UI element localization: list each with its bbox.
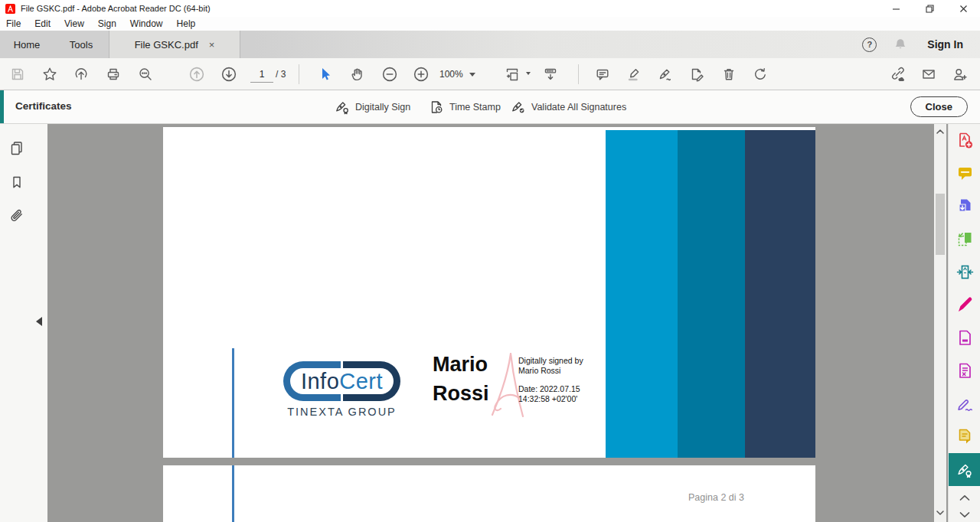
collapse-panel-arrow[interactable] xyxy=(36,317,42,326)
compress-pdf-icon xyxy=(956,263,974,281)
page-count-label: / 3 xyxy=(276,69,286,80)
zoom-out-button[interactable] xyxy=(379,64,400,85)
tool-fill-sign[interactable] xyxy=(949,289,980,321)
tab-close-icon[interactable]: × xyxy=(209,40,215,50)
comment-button[interactable] xyxy=(592,64,613,85)
link-icon xyxy=(890,67,905,82)
right-tools-panel xyxy=(948,124,980,522)
scroll-up-button[interactable] xyxy=(934,126,946,138)
vertical-scrollbar[interactable] xyxy=(934,124,946,522)
tool-sign[interactable] xyxy=(949,387,980,420)
delete-button[interactable] xyxy=(718,64,740,85)
tool-export-pdf[interactable] xyxy=(949,190,980,223)
bookmark-icon xyxy=(9,175,24,190)
title-bar: File GSKC.pdf - Adobe Acrobat Reader DC … xyxy=(0,0,980,17)
print-button[interactable] xyxy=(103,64,124,85)
select-tool-button[interactable] xyxy=(315,64,336,85)
request-signature-button[interactable] xyxy=(949,64,970,85)
page-number-input[interactable] xyxy=(250,67,273,83)
tool-redact[interactable] xyxy=(949,354,980,387)
digitally-sign-button[interactable]: Digitally Sign xyxy=(335,90,410,123)
tools-scroll-up-button[interactable] xyxy=(949,490,980,505)
menu-help[interactable]: Help xyxy=(170,18,203,29)
zoom-in-button[interactable] xyxy=(410,64,432,85)
fill-sign-button[interactable] xyxy=(655,64,676,85)
tinexta-group-label: TINEXTA GROUP xyxy=(283,406,400,418)
fill-sign-icon xyxy=(956,296,974,314)
validate-all-signatures-button[interactable]: Validate All Signatures xyxy=(511,90,626,123)
request-signatures-icon xyxy=(956,428,974,445)
tool-edit-pdf[interactable] xyxy=(949,321,980,354)
signature-details: Digitally signed by Mario Rossi Date: 20… xyxy=(518,356,583,404)
envelope-icon xyxy=(921,67,936,82)
save-button[interactable] xyxy=(7,64,28,85)
certificates-accent-stripe xyxy=(0,90,4,123)
tool-compress-pdf[interactable] xyxy=(949,256,980,289)
menu-edit[interactable]: Edit xyxy=(28,18,57,29)
search-button[interactable] xyxy=(135,64,156,85)
minimize-button[interactable] xyxy=(879,0,913,17)
page-accent-line xyxy=(232,465,234,522)
tool-request-signatures[interactable] xyxy=(949,420,980,453)
menu-sign[interactable]: Sign xyxy=(91,18,123,29)
infocert-logo: InfoCert xyxy=(283,361,400,401)
edit-page-button[interactable] xyxy=(686,64,707,85)
person-add-icon xyxy=(952,67,967,82)
certificates-toolbar: Certificates Digitally Sign Time Stamp xyxy=(0,90,980,124)
page-stripe-blue xyxy=(678,130,745,458)
page-thumbnails-button[interactable] xyxy=(6,137,28,158)
edit-pdf-icon xyxy=(956,329,974,347)
scrollbar-thumb[interactable] xyxy=(936,194,945,255)
close-certificates-button[interactable]: Close xyxy=(910,96,968,117)
reading-mode-icon xyxy=(543,67,558,82)
fit-width-caret-icon[interactable] xyxy=(526,72,531,75)
bookmarks-button[interactable] xyxy=(6,171,28,193)
zoom-level-dropdown[interactable]: 100% xyxy=(439,64,475,85)
export-pdf-icon xyxy=(956,197,974,215)
tab-tools[interactable]: Tools xyxy=(54,31,109,58)
certificates-icon xyxy=(956,462,973,478)
comment-tool-icon xyxy=(956,165,974,182)
tab-document-label: File GSKC.pdf xyxy=(135,39,198,51)
pdf-page-1: InfoCert TINEXTA GROUP Mario Rossi Digit… xyxy=(163,127,815,458)
next-page-button[interactable] xyxy=(218,64,240,85)
restore-button[interactable] xyxy=(913,0,946,17)
menu-window[interactable]: Window xyxy=(123,18,170,29)
tool-create-pdf[interactable] xyxy=(949,124,980,157)
reading-mode-button[interactable] xyxy=(540,64,561,85)
help-icon[interactable]: ? xyxy=(862,38,877,52)
star-button[interactable] xyxy=(39,64,60,85)
sign-in-button[interactable]: Sign In xyxy=(927,38,963,51)
tools-scroll-down-button[interactable] xyxy=(949,507,980,522)
redact-icon xyxy=(956,362,974,380)
adobe-pdf-icon xyxy=(5,4,15,14)
tool-certificates-active[interactable] xyxy=(949,453,980,486)
refresh-button[interactable] xyxy=(750,64,771,85)
share-link-button[interactable] xyxy=(887,64,908,85)
tab-home[interactable]: Home xyxy=(0,31,54,58)
digitally-sign-icon xyxy=(335,100,350,115)
share-button[interactable] xyxy=(70,64,92,85)
print-icon xyxy=(106,67,121,82)
previous-page-button[interactable] xyxy=(186,64,207,85)
tool-organize-pages[interactable] xyxy=(949,223,980,256)
hand-tool-button[interactable] xyxy=(347,64,368,85)
tab-document[interactable]: File GSKC.pdf × xyxy=(109,31,240,58)
time-stamp-icon xyxy=(429,100,444,115)
scroll-down-button[interactable] xyxy=(934,507,946,519)
menu-file[interactable]: File xyxy=(0,18,28,29)
sign-pen-icon xyxy=(658,67,673,82)
close-window-button[interactable] xyxy=(946,0,980,17)
time-stamp-button[interactable]: Time Stamp xyxy=(429,90,501,123)
tool-comment[interactable] xyxy=(949,157,980,190)
attachments-button[interactable] xyxy=(6,204,28,226)
notifications-bell-icon[interactable] xyxy=(893,38,907,51)
highlight-button[interactable] xyxy=(623,64,645,85)
fit-width-button[interactable] xyxy=(501,64,523,85)
email-button[interactable] xyxy=(918,64,939,85)
page-accent-line xyxy=(232,348,234,458)
infocert-logo-cert: Cert xyxy=(339,369,383,394)
menu-view[interactable]: View xyxy=(57,18,91,29)
comment-icon xyxy=(595,67,610,82)
main-toolbar: / 3 100% xyxy=(0,58,980,90)
